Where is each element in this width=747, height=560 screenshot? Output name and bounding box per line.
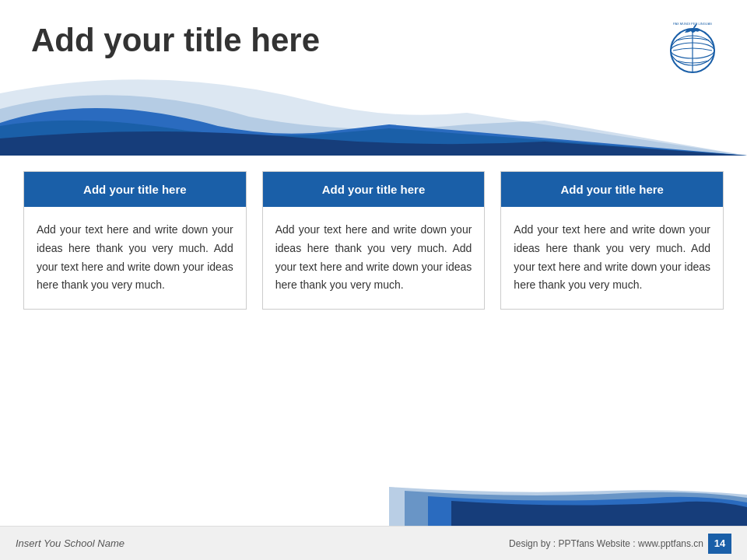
content-boxes: Add your title here Add your text here a…	[23, 171, 724, 310]
content-box-3: Add your title here Add your text here a…	[500, 171, 724, 310]
bottom-right: Design by : PPTfans Website : www.pptfan…	[509, 534, 731, 554]
box-3-title: Add your title here	[501, 172, 723, 207]
bottom-swoosh	[0, 487, 747, 526]
main-title: Add your title here	[31, 22, 320, 59]
content-box-2: Add your title here Add your text here a…	[262, 171, 486, 310]
box-1-body: Add your text here and write down your i…	[24, 207, 246, 309]
box-2-body: Add your text here and write down your i…	[263, 207, 485, 309]
design-credit: Design by : PPTfans Website : www.pptfan…	[509, 538, 703, 549]
page-number: 14	[708, 534, 731, 554]
logo-area: PAX MUNDI PER LINGUAS	[661, 16, 724, 78]
slide: Add your title here PAX MUNDI PER LINGUA…	[0, 0, 747, 560]
box-1-title: Add your title here	[24, 172, 246, 207]
box-3-body: Add your text here and write down your i…	[501, 207, 723, 309]
bottom-bar: Insert You School Name Design by : PPTfa…	[0, 526, 747, 560]
svg-text:PAX MUNDI PER LINGUAS: PAX MUNDI PER LINGUAS	[673, 22, 712, 26]
box-2-title: Add your title here	[263, 172, 485, 207]
content-box-1: Add your title here Add your text here a…	[23, 171, 247, 310]
school-name: Insert You School Name	[16, 537, 124, 549]
